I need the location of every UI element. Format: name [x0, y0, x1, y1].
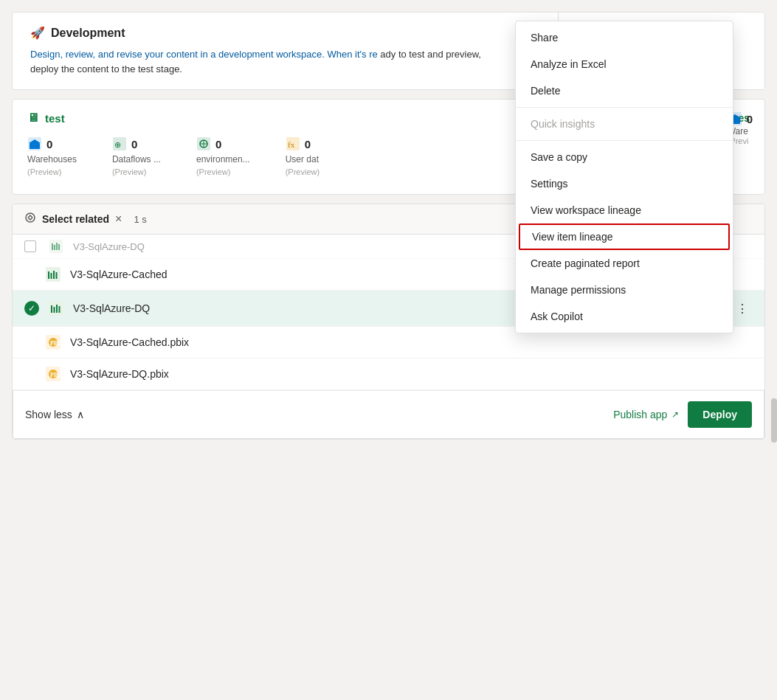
environment-icon: [196, 136, 211, 151]
svg-text:PBI: PBI: [50, 372, 60, 378]
stat-userdata-count: fx 0: [286, 136, 311, 151]
stat-dataflows: ⊕ 0 Dataflows ... (Preview): [112, 136, 161, 176]
deploy-button[interactable]: Deploy: [688, 401, 752, 428]
stat-warehouses: 0 Warehouses (Preview): [27, 136, 77, 176]
partial-item-icon: [48, 238, 64, 254]
scrollbar-thumb[interactable]: [771, 398, 777, 443]
footer-actions: Publish app ↗ Deploy: [613, 401, 752, 428]
svg-rect-19: [58, 244, 60, 250]
svg-text:⊕: ⊕: [114, 140, 121, 149]
warehouses-count: 0: [46, 138, 52, 150]
environments-sublabel: (Preview): [196, 167, 230, 176]
svg-text:fx: fx: [288, 140, 295, 149]
stat-dataflows-count: ⊕ 0: [112, 136, 137, 151]
dev-title: 🚀 Development: [30, 26, 503, 40]
stat-userdata: fx 0 User dat (Preview): [286, 136, 320, 176]
svg-rect-18: [56, 243, 58, 250]
svg-rect-16: [52, 243, 53, 250]
stat-envs-count: 0: [196, 136, 221, 151]
svg-rect-1: [30, 143, 40, 149]
menu-item-delete[interactable]: Delete: [516, 77, 733, 104]
warehouses-label: Warehouses: [27, 154, 77, 164]
check-icon: ✓: [24, 301, 39, 316]
svg-rect-24: [56, 272, 58, 279]
right-stat-number: 0: [747, 113, 753, 125]
dev-title-text: Development: [51, 27, 125, 40]
environments-count: 0: [215, 138, 221, 150]
svg-rect-26: [51, 305, 52, 313]
svg-rect-22: [51, 273, 52, 279]
menu-item-ask-copilot[interactable]: Ask Copilot: [516, 303, 733, 330]
deploy-label: Deploy: [702, 409, 737, 420]
select-related-icon: [24, 212, 36, 226]
warehouse-icon: [27, 136, 42, 151]
menu-item-save-copy[interactable]: Save a copy: [516, 144, 733, 170]
partial-checkbox[interactable]: [24, 240, 36, 252]
cached-item-icon: [45, 266, 61, 283]
page-wrapper: 🚀 Development Design, review, and revise…: [0, 0, 777, 700]
userdata-count: 0: [305, 138, 311, 150]
context-menu: Share Analyze in Excel Delete Quick insi…: [515, 21, 733, 333]
dataflows-count: 0: [131, 138, 137, 150]
rocket-icon: 🚀: [30, 26, 45, 40]
environments-label: environmen...: [196, 154, 250, 164]
menu-item-manage-permissions[interactable]: Manage permissions: [516, 277, 733, 303]
dev-section-inner: 🚀 Development Design, review, and revise…: [30, 26, 503, 76]
warehouses-sublabel: (Preview): [27, 167, 61, 176]
dq-pbix-name: V3-SqlAzure-DQ.pbix: [70, 368, 753, 380]
menu-item-paginated-report[interactable]: Create paginated report: [516, 250, 733, 277]
svg-rect-27: [54, 307, 55, 313]
svg-rect-17: [54, 245, 55, 250]
svg-text:PBI: PBI: [50, 340, 60, 347]
select-related-label: Select related: [42, 213, 109, 225]
cached-pbix-icon: PBI: [45, 334, 61, 350]
menu-item-workspace-lineage[interactable]: View workspace lineage: [516, 197, 733, 223]
list-item-dq-pbix[interactable]: PBI V3-SqlAzure-DQ.pbix: [13, 358, 764, 390]
external-link-icon: ↗: [671, 409, 679, 420]
svg-rect-23: [53, 271, 55, 279]
footer-bar: Show less ∧ Publish app ↗ Deploy: [13, 390, 764, 439]
menu-item-settings[interactable]: Settings: [516, 170, 733, 197]
menu-divider-2: [516, 140, 733, 141]
userdata-label: User dat: [286, 154, 319, 164]
publish-app-button[interactable]: Publish app ↗: [613, 409, 679, 420]
stat-warehouses-count: 0: [27, 136, 52, 151]
userdata-icon: fx: [286, 136, 300, 151]
menu-item-item-lineage[interactable]: View item lineage: [519, 223, 730, 250]
stat-environments: 0 environmen... (Preview): [196, 136, 250, 176]
menu-item-quick-insights: Quick insights: [516, 111, 733, 137]
menu-item-share[interactable]: Share: [516, 24, 733, 51]
dq-item-icon: [48, 300, 64, 316]
selected-count: 1 s: [134, 214, 146, 225]
dataflows-label: Dataflows ...: [112, 154, 161, 164]
dev-desc-link: Design, review, and revise your content …: [30, 49, 378, 60]
dev-description: Design, review, and revise your content …: [30, 47, 503, 76]
more-button[interactable]: ⋮: [732, 298, 753, 319]
publish-app-label: Publish app: [613, 409, 667, 420]
cached-pbix-name: V3-SqlAzure-Cached.pbix: [70, 336, 753, 348]
monitor-icon: 🖥: [27, 111, 39, 125]
test-title: 🖥 test: [27, 111, 65, 125]
show-less-label: Show less: [25, 409, 72, 420]
svg-rect-28: [56, 305, 58, 313]
test-title-text: test: [45, 112, 65, 125]
dataflow-icon: ⊕: [112, 136, 127, 151]
show-less-icon: ∧: [77, 409, 84, 420]
menu-divider-1: [516, 107, 733, 108]
dataflows-sublabel: (Preview): [112, 167, 146, 176]
dq-pbix-icon: PBI: [45, 366, 61, 382]
svg-rect-21: [48, 271, 49, 279]
userdata-sublabel: (Preview): [286, 167, 320, 176]
show-less-button[interactable]: Show less ∧: [25, 409, 84, 420]
svg-point-14: [26, 213, 35, 222]
scrollbar-track: [771, 391, 777, 597]
menu-item-analyze[interactable]: Analyze in Excel: [516, 51, 733, 77]
close-button[interactable]: ×: [115, 212, 122, 226]
svg-rect-29: [59, 306, 61, 313]
